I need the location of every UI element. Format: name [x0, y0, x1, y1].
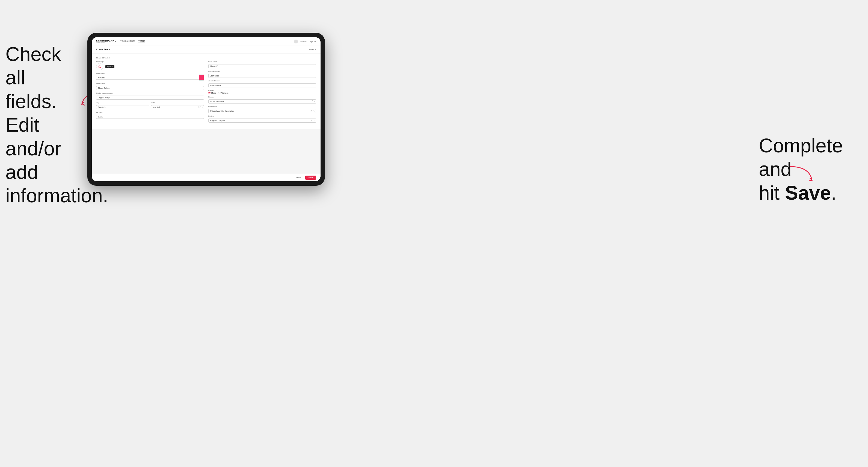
colour-swatch[interactable]	[199, 74, 204, 81]
athletic-director-label: Athletic Director	[208, 80, 316, 82]
region-group: Region Region II - (M) DIII ✕ ⌃⌄	[208, 115, 316, 123]
save-button[interactable]: Save	[305, 176, 316, 180]
display-name-input[interactable]	[96, 96, 204, 100]
sign-out-link[interactable]: Sign out	[310, 40, 316, 42]
athletic-director-group: Athletic Director	[208, 80, 316, 87]
zip-label: Zip code	[96, 112, 204, 113]
create-team-title: Create Team	[96, 48, 110, 51]
team-name-input[interactable]	[96, 86, 204, 90]
city-field: City	[96, 102, 149, 109]
division-select-wrapper: NCAA Division III ⌃⌄	[208, 98, 316, 103]
display-name-label: Display name (unique)	[96, 92, 204, 94]
team-colour-input[interactable]	[96, 76, 199, 80]
instruction-line2: Edit and/or add	[5, 114, 61, 183]
team-details-section: TEAM DETAILS Team logo C Upload	[92, 54, 320, 129]
arrow-right-icon	[787, 161, 817, 188]
division-select[interactable]: NCAA Division III	[208, 99, 316, 103]
form-col-right: Head Coach Assistant Coach Athletic Dire…	[208, 61, 316, 125]
conference-label: Conference	[208, 106, 316, 107]
division-group: Division NCAA Division III ⌃⌄	[208, 96, 316, 103]
create-team-header: Create Team Cancel ✕	[92, 46, 320, 53]
gender-group: Gender Mens Womens	[208, 90, 316, 94]
display-name-group: Display name (unique)	[96, 92, 204, 100]
nav-teams[interactable]: TEAMS	[138, 40, 145, 43]
zip-input[interactable]	[96, 115, 204, 119]
state-select[interactable]: New York	[151, 105, 204, 109]
radio-womens[interactable]: Womens	[218, 92, 228, 94]
nav-tournaments[interactable]: TOURNAMENTS	[120, 40, 135, 43]
assistant-coach-input[interactable]	[208, 74, 316, 78]
close-icon: ✕	[314, 48, 316, 51]
state-label: State	[151, 102, 204, 103]
region-select[interactable]: Region II - (M) DIII	[208, 119, 316, 123]
athletic-director-input[interactable]	[208, 83, 316, 87]
tablet-frame: SCOREBOARD Powered by clippd TOURNAMENTS…	[87, 33, 325, 186]
team-logo-group: Team logo C Upload	[96, 61, 204, 70]
city-input[interactable]	[96, 105, 149, 109]
radio-mens[interactable]: Mens	[208, 92, 216, 94]
logo-area: C Upload	[96, 63, 204, 70]
team-logo-circle: C	[96, 63, 103, 70]
brand: SCOREBOARD Powered by clippd	[96, 40, 117, 43]
nav-links: TOURNAMENTS TEAMS	[120, 40, 145, 43]
conference-select[interactable]: University Athletic Association	[208, 109, 316, 113]
assistant-coach-label: Assistant Coach	[208, 70, 316, 72]
conference-select-wrapper: University Athletic Association ✕ ⌃⌄	[208, 108, 316, 113]
state-select-wrapper: New York ✕ ⌃⌄	[151, 104, 204, 109]
instruction-right-period: .	[831, 182, 836, 204]
division-label: Division	[208, 96, 316, 98]
city-state-row: City State New York ✕ ⌃⌄	[96, 102, 204, 109]
form-columns: Team logo C Upload Team colour	[96, 61, 316, 125]
brand-sub: Powered by clippd	[96, 42, 117, 43]
colour-row	[96, 74, 204, 81]
radio-group: Mens Womens	[208, 92, 316, 94]
instruction-right-line2-prefix: hit	[759, 182, 785, 204]
city-state-group: City State New York ✕ ⌃⌄	[96, 102, 204, 109]
user-name: Test User |	[300, 40, 308, 42]
instruction-left: Check all fields. Edit and/or add inform…	[5, 42, 82, 208]
radio-dot-womens	[218, 92, 221, 94]
section-label: TEAM DETAILS	[96, 57, 316, 59]
city-label: City	[96, 102, 149, 103]
navbar: SCOREBOARD Powered by clippd TOURNAMENTS…	[92, 37, 320, 46]
navbar-left: SCOREBOARD Powered by clippd TOURNAMENTS…	[96, 40, 145, 43]
instruction-line1: Check all fields.	[5, 43, 61, 112]
team-logo-label: Team logo	[96, 61, 204, 63]
region-label: Region	[208, 115, 316, 117]
radio-mens-label: Mens	[211, 92, 216, 94]
cancel-label: Cancel	[308, 49, 314, 51]
radio-womens-label: Womens	[221, 92, 228, 94]
head-coach-label: Head Coach	[208, 61, 316, 63]
region-select-controls: ✕ ⌃⌄	[310, 119, 315, 121]
content-area: Create Team Cancel ✕ TEAM DETAILS Team l…	[92, 46, 320, 174]
conference-group: Conference University Athletic Associati…	[208, 106, 316, 113]
user-avatar	[294, 40, 298, 43]
head-coach-input[interactable]	[208, 64, 316, 68]
team-name-group: Team name	[96, 83, 204, 90]
team-colour-label: Team colour	[96, 72, 204, 74]
head-coach-group: Head Coach	[208, 61, 316, 68]
team-name-label: Team name	[96, 83, 204, 84]
assistant-coach-group: Assistant Coach	[208, 70, 316, 78]
tablet-screen: SCOREBOARD Powered by clippd TOURNAMENTS…	[92, 37, 320, 181]
navbar-right: Test User | Sign out	[294, 40, 316, 43]
state-field: State New York ✕ ⌃⌄	[151, 102, 204, 109]
form-footer: Cancel Save	[92, 174, 320, 181]
region-select-wrapper: Region II - (M) DIII ✕ ⌃⌄	[208, 118, 316, 123]
cancel-x-button[interactable]: Cancel ✕	[308, 48, 316, 51]
state-select-controls: ✕ ⌃⌄	[198, 106, 203, 107]
gender-label: Gender	[208, 90, 316, 91]
instruction-line3: information.	[5, 185, 108, 207]
form-col-left: Team logo C Upload Team colour	[96, 61, 204, 125]
upload-button[interactable]: Upload	[105, 65, 115, 68]
cancel-button[interactable]: Cancel	[293, 176, 303, 180]
logo-letter: C	[98, 65, 101, 69]
conference-select-controls: ✕ ⌃⌄	[310, 110, 315, 112]
radio-dot-mens	[208, 92, 211, 94]
zip-code-group: Zip code	[96, 112, 204, 119]
team-colour-group: Team colour	[96, 72, 204, 81]
